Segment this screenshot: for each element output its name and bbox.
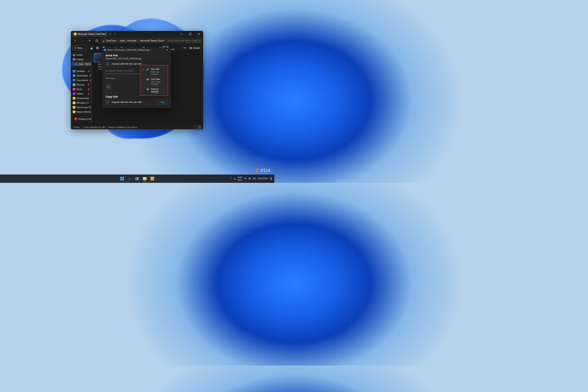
- check-icon: ✓: [142, 68, 144, 70]
- breadcrumb-item[interactable]: Microsoft Teams Chat Files: [140, 40, 165, 42]
- svg-rect-17: [138, 178, 139, 180]
- share-dialog-title: Share "Screenshot_20221026_095518.png": [108, 49, 150, 51]
- permission-can-view[interactable]: Can view Can't make changes: [140, 76, 168, 86]
- sidebar-windows11[interactable]: Windows 11: [71, 101, 91, 105]
- tray-onedrive-icon[interactable]: ☁: [234, 178, 236, 180]
- breadcrumb-item[interactable]: OneDrive: [105, 40, 117, 42]
- downloads-icon: [73, 74, 76, 77]
- sidebar: Home Gallery ›João - Personal Desktop📌 D…: [71, 52, 92, 125]
- chevron-right-icon: ›: [138, 40, 139, 42]
- nav-back-button[interactable]: [72, 38, 78, 44]
- sidebar-repair[interactable]: Repair Windows: [71, 110, 91, 114]
- share-filename: Screenshot_20221026_095518.png: [106, 57, 168, 60]
- view-thumbnails-button[interactable]: [198, 126, 201, 129]
- svg-rect-18: [253, 178, 255, 179]
- home-icon: [73, 54, 76, 56]
- status-selected: 1 item selected 167 KB: [83, 126, 104, 128]
- sidebar-home[interactable]: Home: [71, 53, 91, 57]
- copy-link-settings[interactable]: Anyone with the link can edit ›: [106, 100, 144, 104]
- search-box[interactable]: ⌕: [166, 38, 202, 44]
- status-availability: Always available on this device: [109, 126, 138, 128]
- folder-icon: [73, 97, 76, 100]
- plus-icon: +: [74, 47, 76, 49]
- status-bar: 2 items 1 item selected 167 KB Always av…: [71, 125, 203, 129]
- nav-refresh-button[interactable]: [94, 38, 100, 44]
- taskbar-search[interactable]: ⌕: [126, 176, 133, 182]
- permission-flyout: ✓ Can edit Make any changes Can view Can…: [140, 65, 168, 96]
- pin-icon: 📌: [88, 88, 90, 90]
- language-indicator[interactable]: ENGINTL: [238, 176, 242, 181]
- cut-button[interactable]: [89, 46, 94, 51]
- sidebar-gallery[interactable]: Gallery: [71, 57, 91, 62]
- sidebar-creative-cloud[interactable]: ›Creative Cloud F: [71, 117, 91, 121]
- watermark: XDA: [256, 168, 271, 174]
- search-input[interactable]: [167, 40, 199, 42]
- sidebar-music[interactable]: Music📌: [71, 87, 91, 92]
- svg-rect-16: [136, 178, 137, 180]
- pin-icon: 📌: [88, 84, 90, 86]
- sidebar-howto[interactable]: How to use One: [71, 105, 91, 110]
- start-button[interactable]: [119, 176, 125, 182]
- share-close-button[interactable]: ✕: [165, 48, 170, 52]
- folder-icon: [73, 106, 76, 109]
- svg-rect-3: [97, 48, 98, 49]
- permission-can-edit[interactable]: ✓ Can edit Make any changes: [140, 66, 168, 76]
- chevron-right-icon: ›: [73, 118, 73, 120]
- music-icon: [73, 88, 76, 91]
- chevron-right-icon: ›: [73, 63, 73, 65]
- sidebar-pictures[interactable]: Pictures📌: [71, 82, 91, 87]
- sidebar-desktop[interactable]: Desktop📌: [71, 69, 91, 74]
- minimize-button[interactable]: [177, 31, 186, 37]
- folder-icon: [73, 111, 76, 113]
- status-item-count: 2 items: [73, 126, 79, 128]
- copy-button[interactable]: Copy: [156, 100, 168, 104]
- eye-icon: [146, 78, 149, 82]
- documents-icon: [73, 79, 76, 82]
- breadcrumb-item[interactable]: João - Personal: [119, 40, 137, 42]
- close-button[interactable]: [194, 31, 203, 37]
- taskbar-app[interactable]: [149, 176, 156, 182]
- taskbar-explorer[interactable]: [142, 176, 148, 182]
- tab-title: Microsoft Teams Chat Files: [78, 33, 106, 36]
- globe-icon: [106, 62, 110, 66]
- tray-volume-icon[interactable]: [248, 177, 251, 180]
- search-icon: ⌕: [199, 40, 200, 42]
- creative-cloud-icon: [74, 118, 77, 120]
- cloud-icon: [74, 63, 77, 66]
- view-details-button[interactable]: [194, 126, 197, 129]
- tab-close-button[interactable]: ✕: [108, 31, 113, 37]
- sidebar-screenshots[interactable]: Screenshots: [71, 96, 91, 101]
- tray-wifi-icon[interactable]: [244, 177, 247, 180]
- pin-icon: 📌: [89, 79, 92, 82]
- new-button[interactable]: + New ⌄: [72, 46, 86, 51]
- tray-chevron-icon[interactable]: ^: [231, 178, 232, 180]
- more-button[interactable]: •••: [182, 46, 188, 51]
- tray-notifications-icon[interactable]: [270, 177, 272, 180]
- clock[interactable]: 20/08/2024: [258, 177, 268, 180]
- window-tab[interactable]: Microsoft Teams Chat Files: [72, 31, 108, 37]
- sidebar-onedrive-personal[interactable]: ›João - Personal: [71, 62, 91, 66]
- sidebar-documents[interactable]: Documents📌: [71, 78, 91, 82]
- nav-up-button[interactable]: [86, 38, 93, 44]
- maximize-button[interactable]: [186, 31, 194, 37]
- breadcrumb-bar[interactable]: ☁ OneDrive › João - Personal › Microsoft…: [101, 38, 165, 44]
- chevron-right-icon: ›: [118, 40, 118, 42]
- share-heading: Send link: [106, 54, 168, 57]
- sharing-settings[interactable]: Sharing settings: [140, 86, 168, 94]
- taskbar-taskview[interactable]: [134, 176, 140, 182]
- sidebar-downloads[interactable]: Downloads📌: [71, 74, 91, 78]
- folder-icon: [74, 33, 76, 36]
- globe-icon: [106, 100, 110, 104]
- tray-battery-icon[interactable]: [253, 177, 256, 180]
- taskbar: ⌕ ^ ☁ ENGINTL 20/08/2024: [0, 174, 274, 183]
- desktop-icon: [73, 70, 76, 72]
- nav-forward-button[interactable]: [79, 38, 86, 44]
- details-button[interactable]: Details: [188, 46, 202, 51]
- app-icon: [150, 177, 154, 180]
- onedrive-icon: [104, 49, 106, 51]
- copy-button[interactable]: [95, 46, 100, 51]
- more-options-button[interactable]: •••: [106, 84, 111, 90]
- sidebar-videos[interactable]: Videos📌: [71, 92, 91, 96]
- svg-point-14: [148, 79, 148, 80]
- tab-add-button[interactable]: +: [113, 31, 118, 37]
